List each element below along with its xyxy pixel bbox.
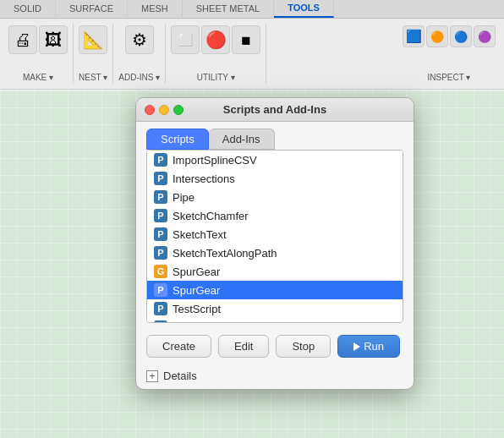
script-name: Intersections <box>173 172 235 185</box>
run-button[interactable]: Run <box>337 335 400 358</box>
addins-icon[interactable]: ⚙ <box>125 25 154 54</box>
create-button[interactable]: Create <box>146 335 211 358</box>
play-icon <box>353 342 360 351</box>
addins-label: ADD-INS ▾ <box>118 73 160 82</box>
script-item-pipe[interactable]: P Pipe <box>147 188 403 206</box>
minimize-button[interactable] <box>159 105 169 115</box>
scripts-dialog: Scripts and Add-Ins Scripts Add-Ins P Im… <box>135 97 414 390</box>
make-icon2[interactable]: 🖼 <box>39 25 68 54</box>
utility-icon3[interactable]: ◼ <box>232 25 260 54</box>
gear-icon: G <box>154 265 167 278</box>
script-item-spurgear-selected[interactable]: P SpurGear <box>147 281 403 299</box>
inspect-label: INSPECT ▾ <box>428 73 471 82</box>
make-icon[interactable]: 🖨 <box>8 25 37 54</box>
inspect-icon2[interactable]: 🟠 <box>426 25 448 47</box>
script-item-sketchchamfer[interactable]: P SketchChamfer <box>147 206 403 225</box>
tab-addins[interactable]: Add-Ins <box>209 129 275 150</box>
utility-icon1[interactable]: ⬜ <box>171 25 200 54</box>
script-item-testscript1[interactable]: P TestScript <box>147 299 403 318</box>
script-name: SketchText <box>173 228 227 241</box>
nest-label: NEST ▾ <box>79 73 107 82</box>
python-icon: P <box>154 320 167 323</box>
tab-scripts[interactable]: Scripts <box>146 129 209 150</box>
script-name: SketchChamfer <box>173 210 249 222</box>
python-icon: P <box>154 283 167 297</box>
tab-solid[interactable]: SOLID <box>0 0 56 18</box>
script-name: SpurGear <box>173 284 220 297</box>
script-item-testscript2[interactable]: P TestScript <box>147 318 403 323</box>
utility-label: UTILITY ▾ <box>197 73 235 82</box>
toolbar-group-utility: ⬜ 🔴 ◼ UTILITY ▾ <box>166 24 266 84</box>
toolbar: 🖨 🖼 MAKE ▾ 📐 NEST ▾ ⚙ ADD-INS ▾ ⬜ 🔴 ◼ UT… <box>0 19 504 90</box>
script-item-importsplinecsv[interactable]: P ImportSplineCSV <box>147 151 403 169</box>
run-label: Run <box>364 340 384 353</box>
close-button[interactable] <box>145 105 155 115</box>
script-list[interactable]: P ImportSplineCSV P Intersections P Pipe… <box>146 150 403 323</box>
script-name: SketchTextAlongPath <box>173 247 277 260</box>
script-item-sketchtextalongpath[interactable]: P SketchTextAlongPath <box>147 244 403 262</box>
python-icon: P <box>154 153 167 167</box>
tab-tools[interactable]: TOOLS <box>274 0 334 18</box>
dialog-title: Scripts and Add-Ins <box>223 103 326 116</box>
tab-mesh[interactable]: MESH <box>128 0 183 18</box>
python-icon: P <box>154 209 167 222</box>
inspect-icon1[interactable]: 🟦 <box>403 25 425 47</box>
edit-button[interactable]: Edit <box>218 335 269 358</box>
inspect-icon4[interactable]: 🟣 <box>474 25 496 47</box>
details-row[interactable]: + Details <box>136 366 414 389</box>
make-label: MAKE ▾ <box>23 73 53 82</box>
tab-sheet-metal[interactable]: SHEET METAL <box>183 0 274 18</box>
toolbar-group-inspect: 🟦 🟠 🔵 🟣 INSPECT ▾ <box>397 24 501 84</box>
script-name: ImportSplineCSV <box>173 154 257 167</box>
python-icon: P <box>154 227 167 241</box>
script-name: SpurGear <box>173 266 220 278</box>
top-tab-bar: SOLID SURFACE MESH SHEET METAL TOOLS <box>0 0 504 19</box>
script-item-sketchtext[interactable]: P SketchText <box>147 225 403 244</box>
dialog-tabs: Scripts Add-Ins <box>136 122 414 150</box>
script-name: TestScript <box>173 321 221 324</box>
dialog-buttons: Create Edit Stop Run ▼ <box>136 330 414 366</box>
script-item-spurgear-gear[interactable]: G SpurGear <box>147 262 403 281</box>
script-item-intersections[interactable]: P Intersections <box>147 169 403 188</box>
toolbar-group-addins: ⚙ ADD-INS ▾ <box>113 24 166 84</box>
resize-handle[interactable]: ▼ <box>414 341 414 353</box>
script-name: TestScript <box>173 303 221 315</box>
tab-surface[interactable]: SURFACE <box>56 0 128 18</box>
script-name: Pipe <box>173 191 194 204</box>
python-icon: P <box>154 172 167 185</box>
details-label: Details <box>163 370 197 382</box>
maximize-button[interactable] <box>173 105 184 115</box>
python-icon: P <box>154 190 167 204</box>
toolbar-group-make: 🖨 🖼 MAKE ▾ <box>3 24 74 84</box>
inspect-icon3[interactable]: 🔵 <box>450 25 472 47</box>
python-icon: P <box>154 302 167 315</box>
stop-button[interactable]: Stop <box>276 335 331 358</box>
traffic-lights <box>145 105 184 115</box>
nest-icon[interactable]: 📐 <box>79 25 107 54</box>
utility-icon2[interactable]: 🔴 <box>201 25 230 54</box>
toolbar-group-nest: 📐 NEST ▾ <box>74 24 113 84</box>
expand-details-icon[interactable]: + <box>146 370 158 382</box>
dialog-titlebar: Scripts and Add-Ins <box>136 98 414 122</box>
python-icon: P <box>154 246 167 260</box>
